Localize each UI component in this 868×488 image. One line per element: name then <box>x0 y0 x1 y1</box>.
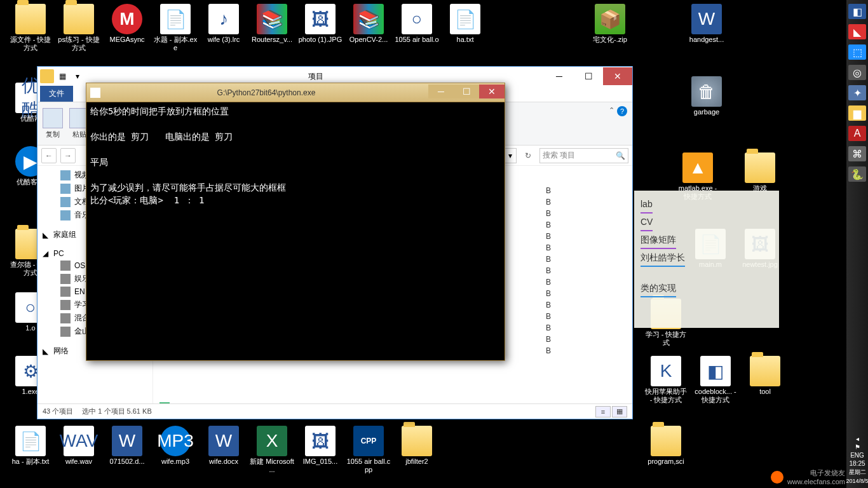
file-icon: 📦 <box>595 4 625 34</box>
icon-label: 071502.d... <box>103 458 151 466</box>
help-button[interactable]: ? <box>617 106 627 116</box>
console-body[interactable]: 给你5秒的时间把手放到方框的位置 你出的是 剪刀 电脑出的是 剪刀 平局 为了减… <box>86 102 505 209</box>
icon-label: IMG_015... <box>296 458 344 466</box>
size-cell-fragment: B <box>546 301 571 312</box>
desktop-icon[interactable]: Wwife.docx <box>200 426 248 466</box>
status-selection: 选中 1 个项目 5.61 KB <box>82 407 151 416</box>
search-input[interactable]: 搜索 项目🔍 <box>539 148 628 163</box>
ql-newfolder[interactable]: ▾ <box>71 69 85 83</box>
note-line: 刘杜皓学长 <box>641 249 685 267</box>
file-icon <box>750 356 780 386</box>
desktop-icon[interactable]: K快用苹果助手 - 快捷方式 <box>642 356 690 404</box>
ribbon-copy[interactable]: 复制 <box>43 108 63 139</box>
file-tab[interactable]: 文件 <box>40 86 73 102</box>
table-row[interactable]: opencv2 laplase.py2014/7/29 13:53Python … <box>153 401 632 403</box>
desktop-icon[interactable]: MP3wife.mp3 <box>151 426 200 466</box>
lang-indicator[interactable]: ENG <box>846 452 868 459</box>
note-line: 图像矩阵 <box>641 231 676 249</box>
console-maximize[interactable]: ☐ <box>454 85 479 98</box>
icon-label: MEGAsync <box>103 36 151 44</box>
desktop-icon[interactable]: 📦宅文化-.zip <box>586 4 634 44</box>
desktop-icon[interactable]: program,sci <box>642 426 690 466</box>
size-cell-fragment: B <box>546 198 571 209</box>
desktop-icon[interactable]: 🗑garbage <box>682 76 731 116</box>
view-large[interactable]: ▦ <box>612 406 627 417</box>
icon-label: 1055 air ball.cpp <box>344 458 393 474</box>
ribbon-collapse[interactable]: ⌃ <box>609 106 614 114</box>
file-icon: K <box>651 356 681 386</box>
tb-app7[interactable]: ⌘ <box>848 146 866 161</box>
drive-icon <box>60 300 71 310</box>
desktop-icon[interactable]: X新建 Microsoft ... <box>248 426 296 474</box>
size-cell-fragment: B <box>546 209 571 220</box>
file-icon <box>15 4 46 34</box>
tb-app3[interactable]: ⬚ <box>848 44 866 60</box>
desktop-icon[interactable]: ♪wife (3).lrc <box>200 4 248 44</box>
desktop-icon[interactable]: 游戏 <box>736 152 784 193</box>
nav-back[interactable]: ← <box>41 148 57 163</box>
desktop-icon[interactable]: 📚OpenCV-2... <box>344 4 393 44</box>
desktop-icon[interactable]: ○1055 air ball.o <box>393 4 441 44</box>
icon-label: 水题 - 副本.exe <box>151 36 200 52</box>
nav-forward[interactable]: → <box>60 148 76 163</box>
library-icon <box>60 197 71 207</box>
console-window: G:\Python27bit64\python.exe ─ ☐ ✕ 给你5秒的时… <box>86 83 505 361</box>
console-close[interactable]: ✕ <box>479 85 505 98</box>
sticky-note[interactable]: lab CV 图像矩阵 刘杜皓学长 类的实现 <box>634 191 779 328</box>
desktop-icon[interactable]: WAVwife.wav <box>55 426 103 466</box>
system-tray[interactable]: ◂ ⚑ ENG 18:25 星期二 2014/8/5 <box>846 434 868 488</box>
icon-label: wife (3).lrc <box>200 36 248 44</box>
file-icon: 🖼 <box>305 426 336 456</box>
desktop-icon[interactable]: 📄ha.txt <box>441 4 489 44</box>
desktop-icon[interactable]: 📄水题 - 副本.exe <box>151 4 200 52</box>
drive-icon <box>60 261 71 271</box>
size-cell-fragment: B <box>546 335 571 346</box>
refresh-button[interactable]: ↻ <box>520 148 536 163</box>
tb-app5[interactable]: ✦ <box>848 85 866 100</box>
maximize-button[interactable]: ☐ <box>574 67 603 85</box>
desktop-icon[interactable]: ps练习 - 快捷方式 <box>55 4 103 52</box>
status-count: 43 个项目 <box>43 407 73 416</box>
ql-properties[interactable]: ▦ <box>55 69 69 83</box>
icon-label: handgest... <box>682 36 731 44</box>
file-icon <box>402 426 432 456</box>
tb-pdf[interactable]: A <box>848 126 866 141</box>
desktop-icon[interactable]: tool <box>741 356 789 396</box>
clock-time[interactable]: 18:25 <box>846 460 868 467</box>
console-minimize[interactable]: ─ <box>428 85 454 98</box>
desktop-icon[interactable]: W071502.d... <box>103 426 151 466</box>
desktop-icon[interactable]: ◧codeblock... - 快捷方式 <box>691 356 740 404</box>
watermark-logo <box>771 471 783 484</box>
size-cell-fragment: B <box>546 255 571 266</box>
file-icon: MP3 <box>160 426 191 456</box>
tray-arrow[interactable]: ◂ <box>846 435 868 442</box>
icon-label: codeblock... - 快捷方式 <box>691 388 740 404</box>
tb-chrome[interactable]: ◎ <box>848 65 866 80</box>
file-icon: 📄 <box>15 426 46 456</box>
watermark: 电子发烧友 www.elecfans.com <box>771 468 845 485</box>
tb-python[interactable]: 🐍 <box>848 166 866 182</box>
drive-icon <box>60 274 71 284</box>
view-details[interactable]: ≡ <box>595 406 611 417</box>
close-button[interactable]: ✕ <box>603 67 632 85</box>
file-icon: ○ <box>402 4 432 34</box>
icon-label: OpenCV-2... <box>344 36 393 44</box>
console-titlebar[interactable]: G:\Python27bit64\python.exe ─ ☐ ✕ <box>86 83 505 102</box>
desktop-icon[interactable]: 📚Routersz_v... <box>248 4 296 44</box>
tb-explorer[interactable]: ▆ <box>848 105 866 121</box>
desktop-icon[interactable]: MMEGAsync <box>103 4 151 44</box>
library-icon <box>60 170 71 180</box>
tb-app2[interactable]: ◣ <box>848 24 866 39</box>
tray-icon[interactable]: ⚑ <box>846 444 868 451</box>
minimize-button[interactable]: ─ <box>545 67 574 85</box>
desktop-icon[interactable]: 📄ha - 副本.txt <box>6 426 55 466</box>
tb-app1[interactable]: ◧ <box>848 4 866 19</box>
library-icon <box>60 210 71 220</box>
desktop-icon[interactable]: Whandgest... <box>682 4 731 44</box>
desktop-icon[interactable]: 🖼photo (1).JPG <box>296 4 344 44</box>
file-icon: W <box>112 426 142 456</box>
desktop-icon[interactable]: CPP1055 air ball.cpp <box>344 426 393 474</box>
desktop-icon[interactable]: 源文件 - 快捷方式 <box>6 4 55 52</box>
desktop-icon[interactable]: jbfilter2 <box>393 426 441 466</box>
desktop-icon[interactable]: 🖼IMG_015... <box>296 426 344 466</box>
